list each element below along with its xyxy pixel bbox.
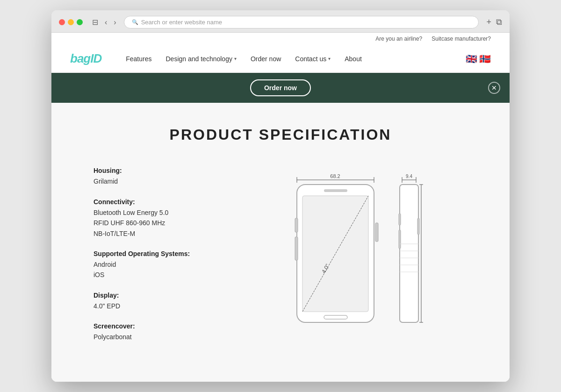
nav-links: Features Design and technology ▾ Order n… (120, 51, 491, 66)
address-bar[interactable]: 🔍 Search or enter website name (124, 16, 479, 29)
svg-rect-10 (295, 218, 298, 232)
language-flags[interactable]: 🇬🇧 🇳🇴 (466, 53, 491, 64)
spec-housing: Housing: Grilamid (94, 167, 224, 186)
svg-rect-20 (417, 218, 419, 235)
new-tab-button[interactable]: + (486, 17, 491, 27)
spec-connectivity: Connectivity: Bluetooth Low Energy 5.0 R… (94, 198, 224, 239)
spec-housing-label: Housing: (94, 167, 224, 174)
address-placeholder: Search or enter website name (141, 19, 222, 26)
spec-os-label: Supported Operating Systems: (94, 250, 224, 257)
page-title: PRODUCT SPECIFICATION (70, 126, 491, 143)
manufacturer-link[interactable]: Suitcase manufacturer? (432, 36, 491, 42)
nav-item-about[interactable]: About (339, 51, 367, 66)
spec-screencover-value: Polycarbonat (94, 332, 224, 342)
close-button[interactable] (59, 19, 65, 25)
website: Are you an airline? Suitcase manufacture… (51, 33, 510, 381)
browser-window: ⊟ ‹ › 🔍 Search or enter website name + ⧉… (51, 10, 510, 381)
spec-os: Supported Operating Systems: Android iOS (94, 250, 224, 280)
browser-chrome: ⊟ ‹ › 🔍 Search or enter website name + ⧉ (51, 10, 510, 33)
contact-chevron-icon: ▾ (328, 56, 331, 61)
spec-connectivity-label: Connectivity: (94, 198, 224, 206)
banner-order-button[interactable]: Order now (250, 79, 311, 96)
order-banner: Order now ✕ (51, 73, 510, 103)
design-chevron-icon: ▾ (234, 56, 237, 61)
sidebar-toggle-button[interactable]: ⊟ (90, 17, 100, 28)
svg-rect-6 (324, 189, 347, 192)
traffic-lights (59, 19, 83, 25)
search-icon: 🔍 (132, 19, 138, 25)
banner-close-button[interactable]: ✕ (488, 82, 500, 94)
svg-text:68.2: 68.2 (330, 173, 340, 179)
spec-list: Housing: Grilamid Connectivity: Bluetoot… (94, 167, 224, 353)
spec-connectivity-value: Bluetooth Low Energy 5.0 RFID UHF 860-96… (94, 207, 224, 239)
svg-rect-11 (295, 237, 298, 260)
page-content: PRODUCT SPECIFICATION Housing: Grilamid … (51, 103, 510, 381)
flag-no[interactable]: 🇳🇴 (479, 53, 491, 64)
minimize-button[interactable] (68, 19, 74, 25)
device-side-diagram: 9.4 (395, 171, 423, 330)
nav-item-features[interactable]: Features (120, 51, 157, 66)
svg-text:9.4: 9.4 (406, 174, 412, 179)
spec-screencover: Screencover: Polycarbonat (94, 322, 224, 342)
copy-button[interactable]: ⧉ (496, 17, 502, 27)
browser-controls: ⊟ ‹ › (90, 17, 118, 28)
spec-screencover-label: Screencover: (94, 322, 224, 330)
spec-housing-value: Grilamid (94, 176, 224, 186)
airline-link[interactable]: Are you an airline? (375, 36, 422, 42)
site-logo[interactable]: bagID (70, 51, 101, 66)
spec-display: Display: 4.0" EPD (94, 292, 224, 311)
svg-rect-19 (399, 230, 401, 249)
spec-display-label: Display: (94, 292, 224, 299)
main-nav: bagID Features Design and technology ▾ O… (51, 45, 510, 73)
forward-button[interactable]: › (112, 17, 118, 28)
utility-bar: Are you an airline? Suitcase manufacture… (51, 33, 510, 45)
nav-item-order[interactable]: Order now (245, 51, 287, 66)
svg-rect-17 (400, 185, 418, 322)
device-front-diagram: 68.2 4.0" (288, 171, 386, 330)
svg-rect-12 (375, 223, 378, 242)
nav-item-design[interactable]: Design and technology ▾ (160, 51, 242, 66)
spec-layout: Housing: Grilamid Connectivity: Bluetoot… (94, 167, 468, 353)
svg-rect-18 (399, 214, 401, 225)
spec-os-value: Android iOS (94, 259, 224, 280)
nav-item-contact[interactable]: Contact us ▾ (289, 51, 336, 66)
spec-display-value: 4.0" EPD (94, 301, 224, 311)
browser-actions: + ⧉ (486, 17, 502, 27)
device-diagram: 68.2 4.0" (243, 167, 468, 330)
back-button[interactable]: ‹ (103, 17, 109, 28)
flag-gb[interactable]: 🇬🇧 (466, 53, 477, 64)
maximize-button[interactable] (77, 19, 83, 25)
